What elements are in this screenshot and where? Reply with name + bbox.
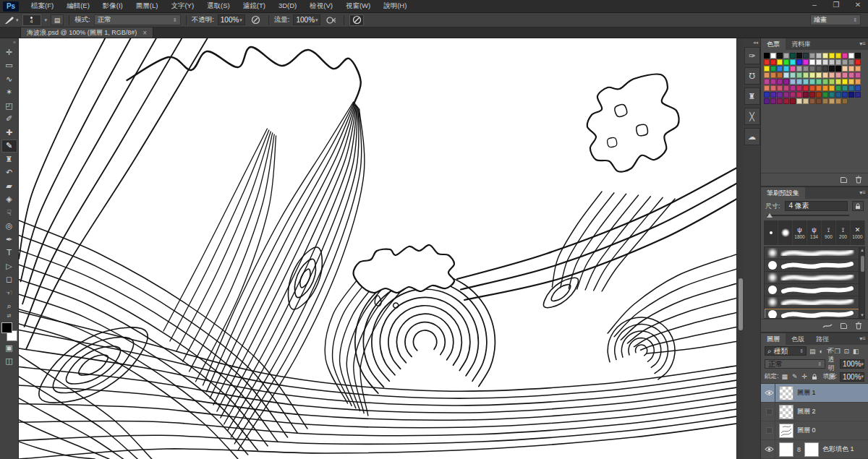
color-swatch[interactable] [829,59,835,65]
canvas[interactable] [19,38,744,459]
layer-name[interactable]: 色彩填色 1 [822,445,854,454]
layer-blend-mode-select[interactable]: 正常 ⇕ [765,359,825,369]
color-swatch[interactable] [783,85,789,91]
eyedropper-tool[interactable]: ✐ [1,113,17,126]
color-swatch[interactable] [790,72,796,78]
layer-thumbnail[interactable] [779,424,793,438]
color-swatch[interactable] [764,72,770,78]
filter-adjustment-icon[interactable]: ◐ [820,348,823,355]
swap-colors-icon[interactable]: ⇄ [7,313,12,319]
lock-transparency-icon[interactable]: ▦ [781,373,788,380]
lock-icon[interactable] [812,374,817,380]
menu-item[interactable]: 檔案(F) [25,1,60,11]
brush-tip-spiky[interactable]: ψ1800 [793,220,807,245]
color-swatch[interactable] [816,92,822,98]
color-swatch[interactable] [796,66,802,72]
panel-menu-icon[interactable]: ▾≡ [859,40,866,47]
scroll-down-icon[interactable]: ▼ [859,313,865,317]
tab-channels[interactable]: 色版 [786,333,810,345]
layer-row[interactable]: 圖層 1 [761,384,868,403]
color-swatch[interactable] [809,66,815,72]
creative-cloud-icon[interactable]: ☁ [744,128,760,145]
layer-mask-thumbnail[interactable] [804,442,819,457]
tab-swatches[interactable]: 色票 [761,38,786,50]
color-swatch[interactable] [777,98,783,104]
color-swatch[interactable] [848,59,854,65]
color-swatch[interactable] [777,53,783,59]
color-swatch[interactable] [783,59,789,65]
trash-icon[interactable] [855,322,862,330]
dodge-tool[interactable]: ◎ [1,220,17,233]
color-swatch[interactable] [803,72,809,78]
color-swatch[interactable] [790,53,796,59]
airbrush-button[interactable] [324,14,339,26]
eye-icon[interactable] [765,390,774,396]
brush-tip-bristle[interactable]: ⟟900 [822,220,836,245]
color-swatch[interactable] [835,98,841,104]
color-swatch[interactable] [803,59,809,65]
color-swatch[interactable] [809,85,815,91]
slider-knob[interactable] [767,213,773,218]
color-swatch[interactable] [770,79,776,85]
color-swatch[interactable] [835,59,841,65]
color-swatch[interactable] [816,59,822,65]
zoom-tool[interactable]: ⌕ [1,300,17,314]
color-swatch[interactable] [822,53,828,59]
visibility-toggle[interactable] [764,384,775,402]
brush-preset-row[interactable] [765,296,864,309]
tools-panel-icon[interactable]: ╳ [744,108,760,125]
color-swatch[interactable] [848,72,854,78]
color-swatch[interactable] [783,98,789,104]
menu-item[interactable]: 視窗(W) [339,1,377,11]
color-swatch[interactable] [777,72,783,78]
hand-tool[interactable]: ☜ [1,286,17,300]
document-tab[interactable]: 海波浪.psd @ 100% (圖層 1, RGB/8#) × [20,27,153,38]
layer-fill-input[interactable]: 100% ▾ [840,372,864,382]
marquee-tool[interactable]: ▭ [1,59,17,73]
brush-list-scrollbar[interactable]: ▲▼ [859,247,864,318]
color-swatch[interactable] [855,59,861,65]
menu-item[interactable]: 編輯(E) [60,1,96,11]
color-swatch[interactable] [803,85,809,91]
color-swatch[interactable] [835,66,841,72]
color-swatch[interactable] [835,85,841,91]
brush-size-slider[interactable] [767,212,862,219]
color-swatch[interactable] [764,92,770,98]
brush-tip-soft[interactable] [778,220,793,245]
color-swatch[interactable] [796,53,802,59]
shape-tool[interactable]: ◻ [1,273,17,287]
color-swatch[interactable] [848,53,854,59]
eraser-tool[interactable]: ▰ [1,179,17,193]
color-swatch[interactable] [855,92,861,98]
color-swatch[interactable] [842,79,848,85]
brush-lock-button[interactable] [852,201,864,211]
color-swatch[interactable] [790,79,796,85]
color-swatch[interactable] [816,98,822,104]
color-swatch[interactable] [809,92,815,98]
panel-menu-icon[interactable]: ▾≡ [859,189,866,196]
expand-panels-icon[interactable]: ◂◂ [753,40,758,46]
brush-panel-icon[interactable]: ✑ [744,47,760,64]
layer-thumbnail[interactable] [779,405,793,419]
tab-close-icon[interactable]: × [142,29,147,37]
brush-size-input[interactable]: 4 像素 [785,201,848,211]
lock-paint-icon[interactable]: ✎ [792,373,798,380]
color-swatch[interactable] [796,79,802,85]
flow-input[interactable]: 100% ▾ [293,14,320,25]
color-swatch[interactable] [848,66,854,72]
menu-item[interactable]: 影像(I) [96,1,129,11]
color-swatch[interactable] [783,66,789,72]
color-swatch[interactable] [777,66,783,72]
color-swatch[interactable] [822,79,828,85]
color-swatch[interactable] [770,92,776,98]
color-swatch[interactable] [829,66,835,72]
color-swatch[interactable] [809,72,815,78]
gradient-tool[interactable]: ◈ [1,193,17,207]
color-swatch[interactable] [803,79,809,85]
menu-item[interactable]: 文字(Y) [164,1,200,11]
color-swatch[interactable] [764,66,770,72]
color-swatch[interactable] [777,92,783,98]
color-swatch[interactable] [855,72,861,78]
color-swatch[interactable] [783,92,789,98]
brush-preset-row[interactable] [765,247,864,259]
